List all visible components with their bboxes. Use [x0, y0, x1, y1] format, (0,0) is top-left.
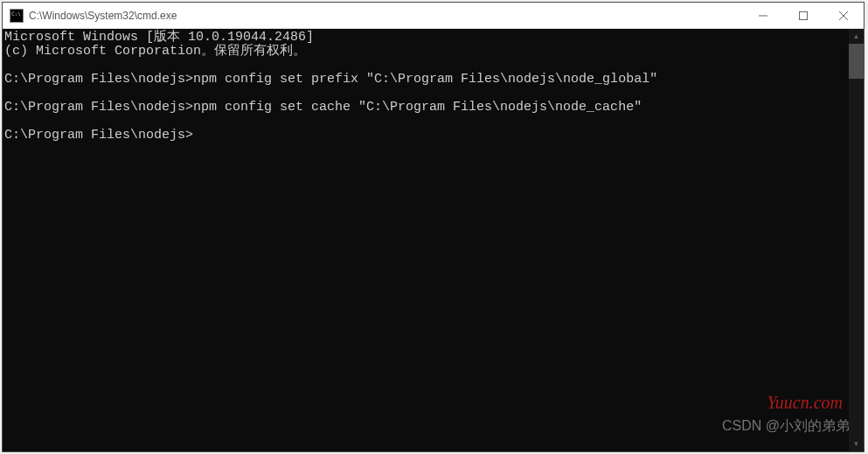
maximize-icon [799, 11, 808, 20]
command: npm config set cache "C:\Program Files\n… [193, 100, 642, 115]
banner-line: Microsoft Windows [版本 10.0.19044.2486] [4, 30, 314, 45]
command: npm config set prefix "C:\Program Files\… [193, 72, 657, 87]
scrollbar-thumb[interactable] [849, 44, 864, 79]
vertical-scrollbar[interactable]: ▲ ▼ [849, 29, 864, 451]
window-title: C:\Windows\System32\cmd.exe [29, 10, 743, 22]
scroll-up-arrow[interactable]: ▲ [849, 29, 864, 44]
close-icon [839, 11, 848, 20]
cmd-window: C:\Windows\System32\cmd.exe Microsoft Wi… [2, 2, 865, 452]
window-controls [743, 3, 864, 28]
titlebar[interactable]: C:\Windows\System32\cmd.exe [3, 3, 864, 29]
terminal-area: Microsoft Windows [版本 10.0.19044.2486](c… [3, 29, 864, 451]
banner-line: (c) Microsoft Corporation。保留所有权利。 [4, 44, 306, 59]
maximize-button[interactable] [783, 3, 823, 28]
prompt: C:\Program Files\nodejs> [4, 128, 193, 143]
cmd-icon [10, 9, 24, 23]
minimize-button[interactable] [743, 3, 783, 28]
scroll-down-arrow[interactable]: ▼ [849, 437, 864, 451]
svg-rect-1 [800, 11, 808, 19]
prompt: C:\Program Files\nodejs> [4, 72, 193, 87]
minimize-icon [759, 11, 767, 20]
terminal-output[interactable]: Microsoft Windows [版本 10.0.19044.2486](c… [3, 29, 849, 451]
close-button[interactable] [823, 3, 864, 28]
prompt: C:\Program Files\nodejs> [4, 100, 193, 115]
